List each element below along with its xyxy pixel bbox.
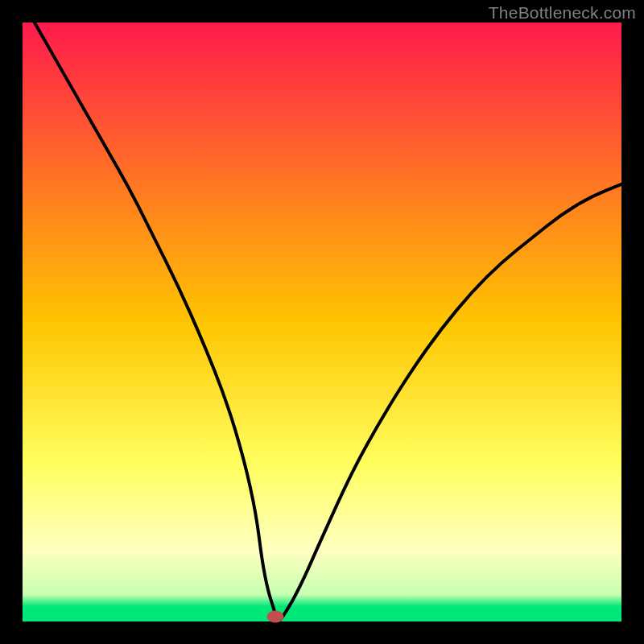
- null-point-marker: [267, 611, 284, 623]
- plot-background: [23, 23, 621, 621]
- bottleneck-chart: [0, 0, 644, 644]
- watermark-text: TheBottleneck.com: [489, 3, 636, 23]
